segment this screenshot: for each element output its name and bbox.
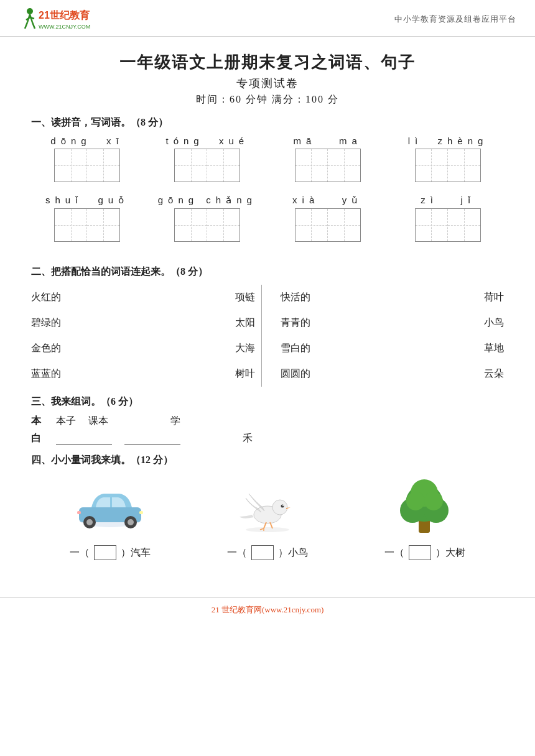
pinyin-group-2: tóng xué	[157, 136, 257, 182]
match-adj: 火红的	[31, 291, 68, 304]
char-boxes-8[interactable]	[415, 208, 481, 242]
pinyin-3: mā ma	[294, 136, 362, 146]
pinyin-group-3: mā ma	[278, 136, 378, 182]
match-noun: 小鸟	[467, 316, 504, 330]
car-svg	[70, 482, 151, 532]
qty-blank-tree[interactable]	[409, 545, 431, 560]
svg-point-32	[424, 492, 443, 510]
match-row: 快活的 荷叶	[281, 285, 505, 310]
char-cell[interactable]	[328, 149, 360, 182]
match-adj: 雪白的	[281, 342, 318, 355]
match-adj: 圆圆的	[281, 367, 318, 380]
svg-point-20	[281, 505, 284, 508]
char-boxes-7[interactable]	[295, 208, 361, 242]
svg-line-5	[26, 17, 30, 20]
svg-point-0	[27, 8, 33, 14]
qty-blank-bird[interactable]	[251, 545, 274, 560]
section2-header: 二、把搭配恰当的词语连起来。（8 分）	[31, 265, 504, 279]
qty-label-car: 一（ ）汽车	[70, 545, 151, 560]
char-boxes-4[interactable]	[415, 149, 481, 182]
matching-left: 火红的 项链 碧绿的 太阳 金色的 大海 蓝蓝的 树叶	[31, 285, 262, 387]
sub-title: 专项测试卷	[31, 76, 504, 91]
qty-blank-car[interactable]	[94, 545, 116, 560]
pinyin-4: lì zhèng	[408, 136, 488, 146]
char-cell[interactable]	[87, 149, 119, 182]
match-adj: 蓝蓝的	[31, 367, 68, 380]
match-adj: 碧绿的	[31, 316, 68, 330]
pinyin-group-7: xià yǔ	[278, 195, 378, 242]
char-boxes-5[interactable]	[54, 208, 120, 242]
char-cell[interactable]	[295, 209, 328, 241]
time-info: 时间：60 分钟 满分：100 分	[31, 93, 504, 106]
wf-row-2: 白 禾	[31, 431, 504, 445]
wf-right-char: 学	[170, 415, 180, 428]
char-cell[interactable]	[55, 209, 87, 241]
match-noun: 荷叶	[467, 291, 504, 304]
svg-line-4	[32, 22, 35, 29]
qty-images: 一（ ）汽车	[31, 479, 504, 560]
pinyin-5: shuǐ guǒ	[45, 195, 129, 206]
char-cell[interactable]	[87, 209, 119, 241]
char-cell[interactable]	[328, 209, 360, 241]
logo-icon: 21世纪教育 WWW.21CNJY.COM	[19, 6, 100, 32]
char-boxes-3[interactable]	[295, 149, 361, 182]
char-cell[interactable]	[55, 149, 87, 182]
pinyin-8: zì jǐ	[421, 195, 475, 206]
char-boxes-2[interactable]	[174, 149, 240, 182]
char-boxes-6[interactable]	[174, 208, 240, 242]
char-boxes-1[interactable]	[54, 149, 120, 182]
pinyin-group-8: zì jǐ	[398, 195, 498, 242]
match-noun: 项链	[218, 291, 255, 304]
svg-rect-16	[77, 511, 81, 514]
section1-header: 一、读拼音，写词语。（8 分）	[31, 116, 504, 129]
match-row: 雪白的 草地	[281, 336, 505, 361]
header: 21世纪教育 WWW.21CNJY.COM 中小学教育资源及组卷应用平台	[0, 0, 535, 37]
bird-svg	[230, 482, 305, 532]
match-adj: 快活的	[281, 291, 318, 304]
svg-text:WWW.21CNJY.COM: WWW.21CNJY.COM	[39, 24, 90, 30]
wf-example: 本子	[56, 415, 76, 428]
char-cell[interactable]	[175, 209, 207, 241]
match-adj: 青青的	[281, 316, 318, 330]
qty-label-bird: 一（ ）小鸟	[227, 545, 308, 560]
pinyin-row-1: dōng xī tóng xué mā ma	[31, 136, 504, 182]
match-noun: 太阳	[218, 316, 255, 330]
match-noun: 云朵	[467, 367, 504, 380]
char-cell[interactable]	[207, 149, 240, 182]
header-tagline: 中小学教育资源及组卷应用平台	[394, 14, 516, 25]
pinyin-group-5: shuǐ guǒ	[37, 195, 137, 242]
svg-point-17	[246, 527, 289, 532]
qty-label-tree: 一（ ）大树	[384, 545, 465, 560]
char-cell[interactable]	[416, 209, 448, 241]
svg-rect-15	[139, 511, 143, 514]
char-cell[interactable]	[448, 209, 480, 241]
match-row: 碧绿的 太阳	[31, 310, 255, 336]
wf-char-2: 白	[31, 432, 44, 445]
pinyin-6: gōng chǎng	[158, 195, 257, 206]
page: 21世纪教育 WWW.21CNJY.COM 中小学教育资源及组卷应用平台 一年级…	[0, 0, 535, 756]
svg-line-3	[25, 22, 27, 29]
pinyin-1: dōng xī	[50, 136, 123, 146]
char-cell[interactable]	[175, 149, 207, 182]
matching-table: 火红的 项链 碧绿的 太阳 金色的 大海 蓝蓝的 树叶	[31, 285, 504, 387]
char-cell[interactable]	[295, 149, 328, 182]
wf-example: 课本	[88, 415, 108, 428]
char-cell[interactable]	[416, 149, 448, 182]
match-row: 火红的 项链	[31, 285, 255, 310]
wf-row-1: 本 本子 课本 学	[31, 415, 504, 428]
wf-blank-2[interactable]	[124, 431, 180, 445]
main-title: 一年级语文上册期末复习之词语、句子	[31, 52, 504, 73]
match-adj: 金色的	[31, 342, 68, 355]
pinyin-2: tóng xué	[165, 136, 249, 146]
footer-text: 21 世纪教育网(www.21cnjy.com)	[212, 605, 324, 614]
tree-image	[384, 479, 465, 535]
bird-image	[227, 479, 308, 535]
match-noun: 草地	[467, 342, 504, 355]
tree-svg	[388, 479, 462, 535]
qty-item-bird: 一（ ）小鸟	[205, 479, 330, 560]
wf-blank-1[interactable]	[56, 431, 112, 445]
pinyin-7: xià yǔ	[292, 195, 363, 206]
char-cell[interactable]	[207, 209, 240, 241]
char-cell[interactable]	[448, 149, 480, 182]
match-row: 圆圆的 云朵	[281, 361, 505, 387]
